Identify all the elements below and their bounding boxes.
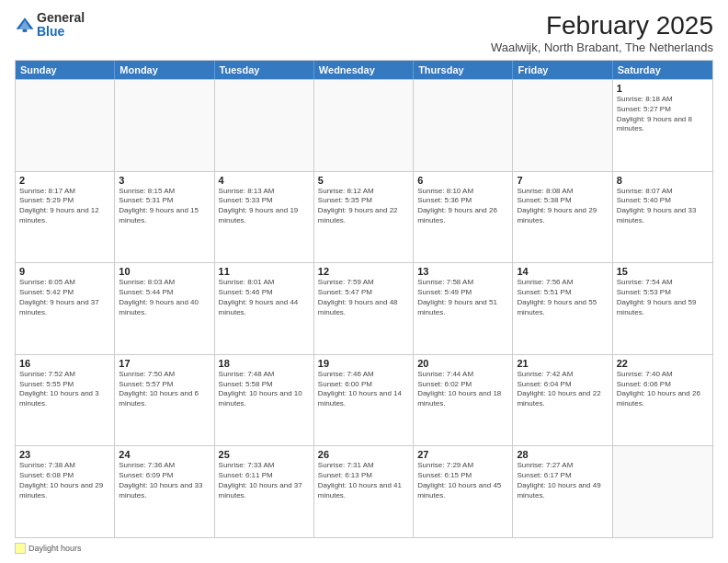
cal-cell: 12Sunrise: 7:59 AM Sunset: 5:47 PM Dayli… (314, 263, 414, 354)
calendar: SundayMondayTuesdayWednesdayThursdayFrid… (15, 60, 713, 538)
day-info: Sunrise: 8:13 AM Sunset: 5:33 PM Dayligh… (219, 187, 310, 226)
page: General Blue February 2025 Waalwijk, Nor… (0, 0, 728, 563)
cal-cell: 7Sunrise: 8:08 AM Sunset: 5:38 PM Daylig… (513, 172, 612, 263)
cal-header-cell: Sunday (16, 61, 115, 79)
cal-cell: 15Sunrise: 7:54 AM Sunset: 5:53 PM Dayli… (613, 263, 712, 354)
cal-cell: 28Sunrise: 7:27 AM Sunset: 6:17 PM Dayli… (513, 446, 612, 537)
day-number: 3 (119, 175, 210, 186)
cal-cell: 14Sunrise: 7:56 AM Sunset: 5:51 PM Dayli… (513, 263, 612, 354)
day-number: 28 (517, 449, 608, 460)
day-info: Sunrise: 7:56 AM Sunset: 5:51 PM Dayligh… (517, 278, 608, 317)
cal-cell: 18Sunrise: 7:48 AM Sunset: 5:58 PM Dayli… (215, 355, 314, 446)
day-number: 8 (617, 175, 709, 186)
day-info: Sunrise: 8:18 AM Sunset: 5:27 PM Dayligh… (617, 95, 709, 134)
day-number: 5 (318, 175, 409, 186)
cal-header-cell: Tuesday (215, 61, 314, 79)
cal-cell: 20Sunrise: 7:44 AM Sunset: 6:02 PM Dayli… (414, 355, 513, 446)
footer: Daylight hours (15, 543, 713, 554)
day-info: Sunrise: 7:38 AM Sunset: 6:08 PM Dayligh… (19, 461, 110, 500)
cal-cell: 11Sunrise: 8:01 AM Sunset: 5:46 PM Dayli… (215, 263, 314, 354)
cal-cell: 17Sunrise: 7:50 AM Sunset: 5:57 PM Dayli… (115, 355, 214, 446)
day-info: Sunrise: 7:59 AM Sunset: 5:47 PM Dayligh… (318, 278, 409, 317)
day-number: 23 (19, 449, 110, 460)
day-number: 27 (417, 449, 508, 460)
header: General Blue February 2025 Waalwijk, Nor… (15, 11, 713, 54)
day-info: Sunrise: 7:40 AM Sunset: 6:06 PM Dayligh… (617, 370, 709, 409)
day-info: Sunrise: 7:54 AM Sunset: 5:53 PM Dayligh… (617, 278, 709, 317)
day-number: 26 (318, 449, 409, 460)
day-number: 18 (219, 358, 310, 369)
cal-cell (215, 80, 314, 171)
day-number: 6 (417, 175, 508, 186)
day-number: 16 (19, 358, 110, 369)
cal-row: 16Sunrise: 7:52 AM Sunset: 5:55 PM Dayli… (16, 354, 712, 446)
day-number: 2 (19, 175, 110, 186)
day-number: 1 (617, 83, 709, 94)
day-info: Sunrise: 7:33 AM Sunset: 6:11 PM Dayligh… (219, 461, 310, 500)
cal-cell: 22Sunrise: 7:40 AM Sunset: 6:06 PM Dayli… (613, 355, 712, 446)
day-info: Sunrise: 8:01 AM Sunset: 5:46 PM Dayligh… (219, 278, 310, 317)
day-number: 19 (318, 358, 409, 369)
cal-header-cell: Wednesday (314, 61, 414, 79)
day-info: Sunrise: 8:08 AM Sunset: 5:38 PM Dayligh… (517, 187, 608, 226)
cal-cell (314, 80, 414, 171)
legend-label: Daylight hours (28, 544, 82, 553)
logo-blue-text: Blue (37, 25, 85, 39)
day-info: Sunrise: 8:03 AM Sunset: 5:44 PM Dayligh… (119, 278, 210, 317)
cal-cell: 23Sunrise: 7:38 AM Sunset: 6:08 PM Dayli… (16, 446, 115, 537)
day-info: Sunrise: 8:15 AM Sunset: 5:31 PM Dayligh… (119, 187, 210, 226)
cal-header-cell: Monday (115, 61, 214, 79)
cal-cell: 1Sunrise: 8:18 AM Sunset: 5:27 PM Daylig… (613, 80, 712, 171)
day-info: Sunrise: 7:27 AM Sunset: 6:17 PM Dayligh… (517, 461, 608, 500)
cal-row: 23Sunrise: 7:38 AM Sunset: 6:08 PM Dayli… (16, 445, 712, 537)
logo-icon (15, 15, 35, 35)
day-info: Sunrise: 8:12 AM Sunset: 5:35 PM Dayligh… (318, 187, 409, 226)
day-info: Sunrise: 7:31 AM Sunset: 6:13 PM Dayligh… (318, 461, 409, 500)
day-info: Sunrise: 7:46 AM Sunset: 6:00 PM Dayligh… (318, 370, 409, 409)
day-info: Sunrise: 8:05 AM Sunset: 5:42 PM Dayligh… (19, 278, 110, 317)
day-number: 13 (417, 266, 508, 277)
calendar-body: 1Sunrise: 8:18 AM Sunset: 5:27 PM Daylig… (16, 79, 712, 537)
day-info: Sunrise: 7:42 AM Sunset: 6:04 PM Dayligh… (517, 370, 608, 409)
cal-cell (613, 446, 712, 537)
logo: General Blue (15, 11, 85, 40)
cal-cell: 8Sunrise: 8:07 AM Sunset: 5:40 PM Daylig… (613, 172, 712, 263)
day-info: Sunrise: 8:10 AM Sunset: 5:36 PM Dayligh… (417, 187, 508, 226)
day-number: 10 (119, 266, 210, 277)
cal-header-cell: Friday (513, 61, 612, 79)
cal-cell: 24Sunrise: 7:36 AM Sunset: 6:09 PM Dayli… (115, 446, 214, 537)
cal-cell (513, 80, 612, 171)
logo-text: General Blue (37, 11, 85, 40)
day-number: 4 (219, 175, 310, 186)
cal-row: 1Sunrise: 8:18 AM Sunset: 5:27 PM Daylig… (16, 79, 712, 171)
day-info: Sunrise: 7:48 AM Sunset: 5:58 PM Dayligh… (219, 370, 310, 409)
month-title: February 2025 (491, 11, 713, 40)
svg-rect-2 (23, 29, 28, 32)
cal-cell: 19Sunrise: 7:46 AM Sunset: 6:00 PM Dayli… (314, 355, 414, 446)
cal-cell (16, 80, 115, 171)
cal-cell: 25Sunrise: 7:33 AM Sunset: 6:11 PM Dayli… (215, 446, 314, 537)
cal-cell (115, 80, 214, 171)
cal-header-cell: Thursday (414, 61, 513, 79)
cal-row: 2Sunrise: 8:17 AM Sunset: 5:29 PM Daylig… (16, 171, 712, 263)
cal-cell: 9Sunrise: 8:05 AM Sunset: 5:42 PM Daylig… (16, 263, 115, 354)
day-info: Sunrise: 7:29 AM Sunset: 6:15 PM Dayligh… (417, 461, 508, 500)
day-number: 22 (617, 358, 709, 369)
cal-row: 9Sunrise: 8:05 AM Sunset: 5:42 PM Daylig… (16, 262, 712, 354)
day-number: 15 (617, 266, 709, 277)
logo-general-text: General (37, 11, 85, 25)
cal-cell: 3Sunrise: 8:15 AM Sunset: 5:31 PM Daylig… (115, 172, 214, 263)
cal-cell: 4Sunrise: 8:13 AM Sunset: 5:33 PM Daylig… (215, 172, 314, 263)
cal-cell: 26Sunrise: 7:31 AM Sunset: 6:13 PM Dayli… (314, 446, 414, 537)
day-info: Sunrise: 8:17 AM Sunset: 5:29 PM Dayligh… (19, 187, 110, 226)
cal-cell: 2Sunrise: 8:17 AM Sunset: 5:29 PM Daylig… (16, 172, 115, 263)
cal-cell: 13Sunrise: 7:58 AM Sunset: 5:49 PM Dayli… (414, 263, 513, 354)
day-number: 20 (417, 358, 508, 369)
cal-cell: 5Sunrise: 8:12 AM Sunset: 5:35 PM Daylig… (314, 172, 414, 263)
day-info: Sunrise: 8:07 AM Sunset: 5:40 PM Dayligh… (617, 187, 709, 226)
legend-box (15, 543, 26, 554)
day-number: 11 (219, 266, 310, 277)
cal-cell: 27Sunrise: 7:29 AM Sunset: 6:15 PM Dayli… (414, 446, 513, 537)
day-number: 7 (517, 175, 608, 186)
cal-cell: 16Sunrise: 7:52 AM Sunset: 5:55 PM Dayli… (16, 355, 115, 446)
